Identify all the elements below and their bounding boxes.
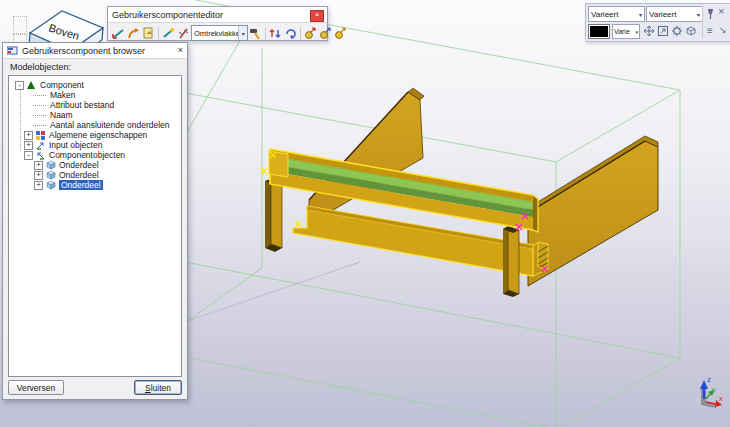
- right-column-plate[interactable]: [503, 226, 519, 297]
- tree-item-naam[interactable]: Naam: [9, 110, 181, 120]
- tree-expander[interactable]: -: [24, 151, 33, 160]
- tree-item-label[interactable]: Maken: [50, 90, 76, 100]
- explode-arrows-icon[interactable]: [269, 27, 282, 40]
- toolbar-separator: [300, 27, 301, 40]
- resize-icon[interactable]: ↘: [719, 26, 727, 35]
- tree-expander[interactable]: +: [24, 131, 33, 140]
- close-icon[interactable]: ×: [178, 46, 183, 55]
- component-browser-window[interactable]: Gebruikerscomponent browser × Modelobjec…: [2, 42, 188, 400]
- tree-item-onderdeel-1[interactable]: + Onderdeel: [9, 160, 181, 170]
- wirebox-icon[interactable]: [685, 25, 697, 37]
- face-type-value: Omtrekvlakken: [192, 29, 238, 38]
- component-browser-icon: [7, 46, 18, 55]
- axis-z-label: z: [707, 375, 711, 384]
- part-cube-icon: [46, 180, 57, 190]
- tree-item-label[interactable]: Attribuut bestand: [50, 100, 114, 110]
- property-dropdown-2-value: Varieert: [647, 10, 697, 19]
- view-direction-icon[interactable]: [304, 27, 317, 40]
- close-icon[interactable]: ×: [718, 7, 724, 16]
- chevron-down-icon[interactable]: ▾: [238, 26, 247, 40]
- modelobjects-label: Modelobjecten:: [10, 62, 71, 72]
- tree-item-label[interactable]: Naam: [50, 110, 73, 120]
- color-mini-dropdown-value: Varie: [613, 28, 635, 35]
- refresh-button[interactable]: Verversen: [8, 380, 64, 395]
- properties-icon: [36, 130, 47, 140]
- refresh-button-label: Verversen: [17, 383, 55, 393]
- tree-item-onderdeel-3-selected[interactable]: + Onderdeel: [9, 180, 181, 190]
- tree-branch: [33, 125, 46, 126]
- toolbar-separator: [158, 27, 159, 40]
- tree-item-label[interactable]: Componentobjecten: [49, 150, 125, 160]
- tree-expander[interactable]: +: [34, 181, 43, 190]
- frame-arrow-icon[interactable]: [657, 25, 669, 37]
- part-cube-icon: [46, 160, 57, 170]
- render-gear-icon[interactable]: [671, 25, 683, 37]
- cut-hatch: [538, 242, 548, 269]
- color-swatch[interactable]: [588, 24, 610, 39]
- measure-distance-icon[interactable]: [112, 27, 125, 40]
- property-dropdown-1-value: Varieert: [589, 10, 639, 19]
- tree-expander[interactable]: +: [34, 161, 43, 170]
- hammer-icon[interactable]: [249, 27, 262, 40]
- model-objects-tree[interactable]: - Component Maken Attribuut bestand Naam…: [8, 75, 182, 377]
- tree-expander[interactable]: +: [34, 171, 43, 180]
- chevron-down-icon[interactable]: ▾: [635, 29, 639, 35]
- tree-item-label[interactable]: Component: [40, 80, 84, 90]
- close-button-label: Sluiten: [145, 383, 171, 393]
- editor-toolbar-title: Gebruikerscomponenteditor: [112, 10, 223, 20]
- face-type-combobox[interactable]: Omtrekvlakken ▾: [191, 25, 248, 41]
- chevron-down-icon[interactable]: ▾: [639, 11, 644, 18]
- tree-item-attribuut-bestand[interactable]: Attribuut bestand: [9, 100, 181, 110]
- axis-triad-icon: z y x: [700, 375, 723, 408]
- tree-item-label[interactable]: Onderdeel: [59, 180, 103, 190]
- pin-icon[interactable]: [706, 8, 715, 20]
- input-objects-icon: [36, 140, 47, 150]
- close-icon[interactable]: ×: [310, 10, 324, 22]
- tree-item-input-objecten[interactable]: + Input objecten: [9, 140, 181, 150]
- tree-expander[interactable]: +: [24, 141, 33, 150]
- property-dropdown-2[interactable]: Varieert ▾: [646, 6, 703, 22]
- tree-branch: [33, 95, 46, 96]
- tree-item-componentobjecten[interactable]: - Componentobjecten: [9, 150, 181, 160]
- close-button[interactable]: Sluiten: [134, 380, 182, 395]
- measure-axis-icon[interactable]: [177, 27, 190, 40]
- tree-item-label[interactable]: Onderdeel: [59, 160, 99, 170]
- model-viewport[interactable]: z y x Boven Gebruikerscomponenteditor ×: [0, 0, 730, 427]
- property-dropdown-1[interactable]: Varieert ▾: [588, 6, 645, 22]
- component-objects-icon: [36, 150, 47, 160]
- color-mini-dropdown[interactable]: Varie ▾: [612, 24, 640, 39]
- tree-item-onderdeel-2[interactable]: + Onderdeel: [9, 170, 181, 180]
- axis-y-label: y: [712, 386, 716, 394]
- probe-icon[interactable]: [162, 27, 175, 40]
- left-column-plate[interactable]: [265, 179, 282, 252]
- tree-item-maken[interactable]: Maken: [9, 90, 181, 100]
- part-cube-icon: [46, 170, 57, 180]
- tree-branch: [33, 105, 46, 106]
- tree-item-aantal-onderdelen[interactable]: Aantal aansluitende onderdelen: [9, 120, 181, 130]
- browser-title: Gebruikerscomponent browser: [22, 46, 145, 56]
- tree-item-component[interactable]: - Component: [9, 80, 181, 90]
- editor-toolbar-titlebar[interactable]: Gebruikerscomponenteditor ×: [108, 7, 327, 23]
- toolbar-separator: [265, 27, 266, 40]
- move-icon[interactable]: [643, 25, 655, 37]
- tree-branch: [33, 115, 46, 116]
- page-arrow-icon[interactable]: [142, 27, 155, 40]
- bent-arrow-icon[interactable]: [127, 27, 140, 40]
- tree-item-label[interactable]: Onderdeel: [59, 170, 99, 180]
- view-direction-icon[interactable]: [334, 27, 347, 40]
- view-direction-icon[interactable]: [319, 27, 332, 40]
- editor-toolbar-window[interactable]: Gebruikerscomponenteditor × Omtrekvla: [107, 6, 328, 41]
- tree-item-algemene-eigenschappen[interactable]: + Algemene eigenschappen: [9, 130, 181, 140]
- refresh-page-icon[interactable]: [284, 27, 297, 40]
- component-icon: [27, 80, 38, 90]
- list-icon[interactable]: ≡: [707, 26, 713, 35]
- tree-item-label[interactable]: Input objecten: [49, 140, 102, 150]
- tree-item-label[interactable]: Aantal aansluitende onderdelen: [50, 120, 170, 130]
- view-properties-panel[interactable]: Varieert ▾ Varieert ▾ × Varie ▾ ≡ ↘: [585, 3, 730, 42]
- axis-x-label: x: [719, 395, 723, 402]
- tree-item-label[interactable]: Algemene eigenschappen: [49, 130, 147, 140]
- browser-titlebar[interactable]: Gebruikerscomponent browser ×: [3, 43, 187, 59]
- panel-divider: [702, 6, 703, 38]
- tree-expander[interactable]: -: [15, 81, 24, 90]
